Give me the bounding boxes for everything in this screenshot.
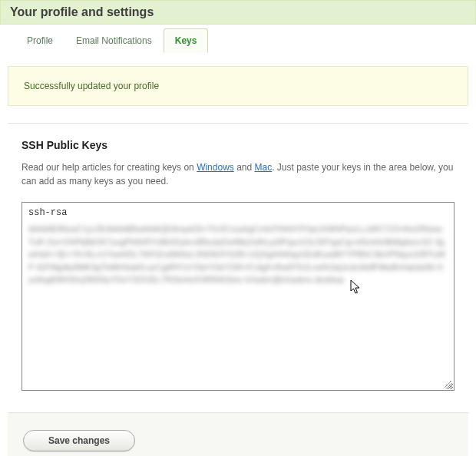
tab-email-notifications[interactable]: Email Notifications (64, 28, 164, 53)
link-windows-help[interactable]: Windows (197, 162, 234, 173)
form-footer: Save changes (8, 412, 468, 456)
link-mac-help[interactable]: Mac (255, 162, 273, 173)
page-header: Your profile and settings (0, 0, 476, 25)
textarea-resize-grip[interactable] (445, 381, 452, 388)
tab-keys[interactable]: Keys (164, 28, 209, 53)
ssh-keys-help: Read our help articles for creating keys… (21, 160, 455, 188)
help-text-and: and (234, 162, 255, 173)
ssh-key-redacted: AAAAB3NzaC1yc2EAAAABIwAAAQEAmp4Zk+Ttv3Cx… (28, 223, 448, 286)
page-title: Your profile and settings (10, 5, 466, 19)
ssh-key-value: ssh-rsa (28, 207, 448, 218)
ssh-key-textarea[interactable]: ssh-rsa AAAAB3NzaC1yc2EAAAABIwAAAQEAmp4Z… (21, 202, 455, 391)
tab-profile[interactable]: Profile (15, 28, 64, 53)
help-text-prefix: Read our help articles for creating keys… (21, 162, 197, 173)
ssh-keys-heading: SSH Public Keys (21, 139, 455, 151)
ssh-keys-section: SSH Public Keys Read our help articles f… (8, 123, 468, 398)
save-button[interactable]: Save changes (23, 430, 135, 451)
settings-tabs: Profile Email Notifications Keys (0, 28, 476, 52)
flash-success: Successfully updated your profile (8, 66, 468, 106)
flash-message: Successfully updated your profile (24, 81, 159, 91)
